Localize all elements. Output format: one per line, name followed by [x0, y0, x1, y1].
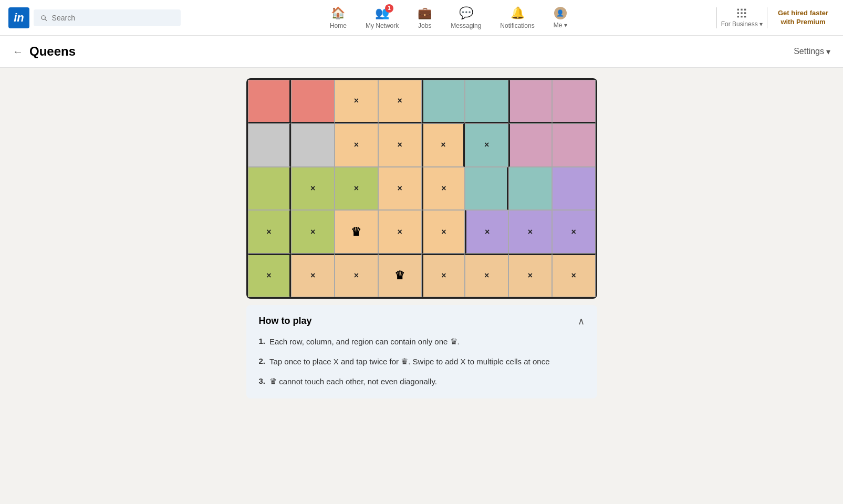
me-avatar: 👤: [554, 7, 567, 19]
cell-4-2[interactable]: ×: [335, 254, 378, 297]
page-header-left: ← Queens: [13, 44, 76, 59]
cell-0-6[interactable]: [508, 80, 552, 123]
cell-3-4[interactable]: ×: [422, 210, 465, 254]
cell-0-5[interactable]: [465, 80, 508, 123]
cell-4-0[interactable]: ×: [248, 254, 292, 297]
notifications-icon: 🔔: [511, 6, 525, 20]
cell-3-7[interactable]: ×: [552, 210, 596, 254]
nav-notifications-label: Notifications: [500, 22, 534, 29]
nav-messaging-label: Messaging: [451, 22, 481, 29]
settings-button[interactable]: Settings ▾: [794, 47, 830, 57]
cell-0-2[interactable]: ×: [335, 80, 378, 123]
jobs-icon: 💼: [418, 6, 432, 20]
main-content: × × × × × × × × × ×: [238, 68, 606, 409]
back-button[interactable]: ←: [13, 46, 23, 58]
cell-2-3[interactable]: ×: [378, 167, 422, 211]
cell-3-3[interactable]: ×: [378, 210, 422, 254]
svg-rect-5: [744, 12, 746, 14]
cell-3-6[interactable]: ×: [508, 210, 552, 254]
grid-icon: [736, 8, 747, 18]
search-box[interactable]: [34, 9, 181, 26]
svg-rect-2: [744, 8, 746, 10]
cell-4-7[interactable]: ×: [552, 254, 596, 297]
cell-3-0[interactable]: ×: [248, 210, 292, 254]
cell-0-0[interactable]: [248, 80, 292, 123]
page-title: Queens: [29, 44, 76, 59]
my-network-icon: 👥 1: [375, 6, 389, 20]
home-icon: 🏠: [331, 6, 345, 20]
cell-2-6[interactable]: [508, 167, 552, 211]
nav-divider: [716, 7, 717, 28]
collapse-icon[interactable]: ∧: [578, 316, 585, 327]
rule-3: 3. ♛ cannot touch each other, not even d…: [259, 375, 585, 388]
cell-1-7[interactable]: [552, 123, 596, 167]
search-input[interactable]: [52, 14, 174, 22]
navbar: in 🏠 Home 👥 1 My Network 💼 Jobs 💬: [0, 0, 843, 36]
cell-2-1[interactable]: ×: [291, 167, 335, 211]
cell-1-4[interactable]: ×: [422, 123, 465, 167]
grid-wrapper: × × × × × × × × × ×: [246, 78, 597, 299]
nav-notifications[interactable]: 🔔 Notifications: [492, 6, 543, 29]
cell-3-2[interactable]: ♛: [335, 210, 378, 254]
how-to-play-section: How to play ∧ 1. Each row, column, and r…: [246, 305, 597, 398]
nav-jobs-label: Jobs: [418, 22, 431, 29]
cell-2-7[interactable]: [552, 167, 596, 211]
linkedin-logo[interactable]: in: [8, 7, 29, 28]
cell-1-0[interactable]: [248, 123, 292, 167]
for-business-label: For Business ▾: [721, 20, 763, 28]
cell-0-1[interactable]: [291, 80, 335, 123]
cell-4-5[interactable]: ×: [465, 254, 508, 297]
nav-my-network[interactable]: 👥 1 My Network: [357, 6, 407, 29]
svg-rect-7: [741, 16, 743, 17]
cell-1-6[interactable]: [508, 123, 552, 167]
cell-4-1[interactable]: ×: [291, 254, 335, 297]
svg-rect-3: [737, 12, 739, 14]
page-header: ← Queens Settings ▾: [0, 36, 843, 68]
nav-me-label: Me ▾: [554, 22, 567, 29]
nav-messaging[interactable]: 💬 Messaging: [442, 6, 490, 29]
cell-0-7[interactable]: [552, 80, 596, 123]
nav-for-business[interactable]: For Business ▾: [721, 8, 763, 28]
rule-2: 2. Tap once to place X and tap twice for…: [259, 355, 585, 368]
svg-rect-6: [737, 16, 739, 17]
my-network-badge: 1: [385, 4, 393, 13]
nav-me[interactable]: 👤 Me ▾: [545, 7, 576, 29]
cell-2-0[interactable]: [248, 167, 292, 211]
cell-3-1[interactable]: ×: [291, 210, 335, 254]
nav-home[interactable]: 🏠 Home: [321, 6, 355, 29]
game-container: × × × × × × × × × ×: [246, 78, 597, 299]
cell-1-2[interactable]: ×: [335, 123, 378, 167]
nav-my-network-label: My Network: [366, 22, 399, 29]
settings-chevron-icon: ▾: [826, 47, 830, 57]
cell-1-1[interactable]: [291, 123, 335, 167]
svg-rect-0: [737, 8, 739, 10]
svg-rect-8: [744, 16, 746, 17]
rule-1: 1. Each row, column, and region can cont…: [259, 335, 585, 348]
nav-divider-2: [767, 7, 767, 28]
svg-rect-1: [741, 8, 743, 10]
nav-center: 🏠 Home 👥 1 My Network 💼 Jobs 💬 Messaging…: [185, 6, 712, 29]
cell-4-4[interactable]: ×: [422, 254, 465, 297]
how-to-play-header: How to play ∧: [259, 316, 585, 327]
search-icon: [40, 14, 48, 22]
cell-0-3[interactable]: ×: [378, 80, 422, 123]
svg-rect-4: [741, 12, 743, 14]
premium-link[interactable]: Get hired faster with Premium: [772, 9, 835, 27]
game-grid: × × × × × × × × × ×: [246, 78, 597, 299]
cell-2-2[interactable]: ×: [335, 167, 378, 211]
nav-home-label: Home: [330, 22, 347, 29]
cell-4-6[interactable]: ×: [508, 254, 552, 297]
cell-0-4[interactable]: [422, 80, 465, 123]
cell-4-3[interactable]: ♛: [378, 254, 422, 297]
nav-right: For Business ▾ Get hired faster with Pre…: [716, 7, 835, 28]
settings-label: Settings: [794, 47, 824, 56]
messaging-icon: 💬: [459, 6, 473, 20]
cell-1-5[interactable]: ×: [465, 123, 508, 167]
how-to-play-title: How to play: [259, 316, 312, 327]
cell-1-3[interactable]: ×: [378, 123, 422, 167]
how-to-play-list: 1. Each row, column, and region can cont…: [259, 335, 585, 388]
cell-3-5[interactable]: ×: [465, 210, 508, 254]
cell-2-5[interactable]: [465, 167, 508, 211]
cell-2-4[interactable]: ×: [422, 167, 465, 211]
nav-jobs[interactable]: 💼 Jobs: [409, 6, 440, 29]
